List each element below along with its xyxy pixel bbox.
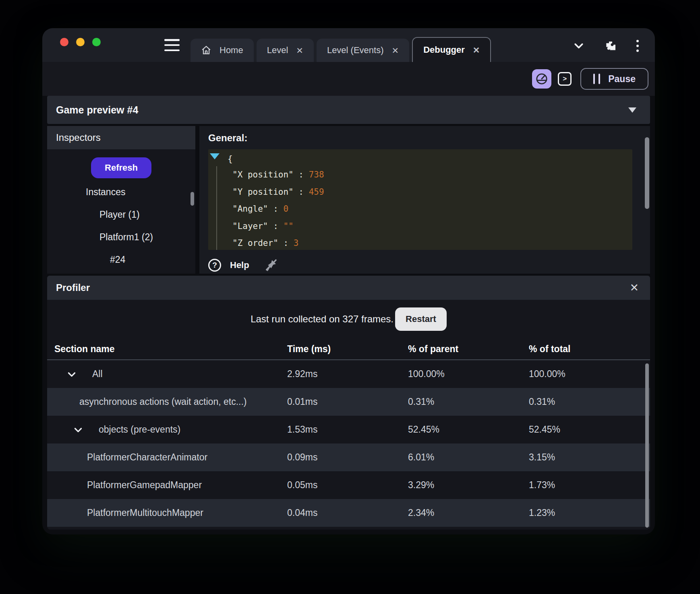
- table-row[interactable]: PlatformerCharacterAnimator 0.09ms 6.01%…: [47, 443, 650, 471]
- profiler-table-header: Section name Time (ms) % of parent % of …: [47, 338, 650, 360]
- console-button[interactable]: >: [558, 72, 572, 86]
- time-value: 0.05ms: [287, 480, 408, 491]
- json-entry: "Y position" : 459: [232, 184, 632, 201]
- pause-button[interactable]: Pause: [580, 68, 648, 90]
- table-row[interactable]: PlatformerGamepadMapper 0.05ms 3.29% 1.7…: [47, 471, 650, 499]
- hamburger-menu-icon[interactable]: [164, 39, 180, 51]
- table-row[interactable]: asynchronous actions (wait action, etc..…: [47, 388, 650, 416]
- debugger-toolbar: > Pause: [42, 62, 655, 96]
- extensions-puzzle-icon[interactable]: [604, 39, 617, 52]
- chevron-down-icon[interactable]: [573, 40, 585, 52]
- home-icon: [201, 45, 211, 56]
- json-entry: "Z order" : 3: [232, 235, 632, 250]
- titlebar-actions: [573, 39, 639, 52]
- close-tab-icon[interactable]: ✕: [473, 46, 480, 54]
- console-icon: >: [563, 75, 567, 83]
- properties-json-view: { "X position" : 738 "Y position" : 459 …: [208, 149, 632, 250]
- inspectors-panel: Inspectors Refresh Instances Player (1) …: [47, 126, 195, 274]
- tree-item-instance-24[interactable]: #24: [47, 248, 195, 271]
- inspectors-title: Inspectors: [56, 132, 101, 143]
- restart-button[interactable]: Restart: [395, 307, 447, 331]
- minimize-window-button[interactable]: [76, 38, 85, 46]
- tree-item-label: Player (1): [99, 209, 140, 220]
- close-profiler-icon[interactable]: ✕: [630, 283, 639, 293]
- help-row: ? Help: [208, 256, 641, 274]
- tree-item-label: #24: [110, 254, 125, 265]
- inspectors-header: Inspectors: [47, 126, 195, 149]
- section-name: PlatformerCharacterAnimator: [87, 452, 207, 463]
- profiler-toggle-button[interactable]: [532, 69, 551, 89]
- time-value: 0.09ms: [287, 452, 408, 463]
- time-value: 1.53ms: [287, 424, 408, 435]
- general-panel: General: { "X position" : 738 "Y positio…: [199, 126, 650, 274]
- percent-parent-value: 2.34%: [408, 507, 529, 518]
- profiler-title: Profiler: [56, 282, 630, 293]
- chevron-down-icon[interactable]: [66, 369, 79, 380]
- percent-total-value: 52.45%: [529, 424, 650, 435]
- section-name: All: [92, 369, 103, 380]
- table-row[interactable]: objects (pre-events) 1.53ms 52.45% 52.45…: [47, 416, 650, 443]
- close-window-button[interactable]: [60, 38, 68, 46]
- refresh-button[interactable]: Refresh: [91, 157, 151, 178]
- profiler-panel: Profiler ✕ Last run collected on 327 fra…: [47, 276, 650, 530]
- general-title: General:: [208, 132, 641, 144]
- tab-home[interactable]: Home: [191, 39, 254, 62]
- percent-total-value: 1.23%: [529, 507, 650, 518]
- inspectors-scrollbar[interactable]: [191, 192, 194, 206]
- percent-parent-value: 3.29%: [408, 480, 529, 491]
- zoom-window-button[interactable]: [92, 38, 101, 46]
- close-tab-icon[interactable]: ✕: [392, 46, 399, 55]
- percent-total-value: 100.00%: [529, 369, 650, 380]
- percent-total-value: 3.15%: [529, 452, 650, 463]
- debugger-content: Game preview #4 Inspectors Refresh Insta…: [42, 96, 655, 534]
- json-lines: "X position" : 738 "Y position" : 459 "A…: [216, 166, 632, 250]
- column-section-name: Section name: [47, 344, 287, 355]
- time-value: 2.92ms: [287, 369, 408, 380]
- section-name: PlatformerGamepadMapper: [87, 480, 202, 491]
- pause-icon: [593, 74, 600, 84]
- inspectors-tree: Refresh Instances Player (1) Platform1 (…: [47, 149, 195, 274]
- unpin-icon[interactable]: [264, 258, 278, 272]
- profiler-scrollbar[interactable]: [645, 363, 649, 528]
- profiler-status-text: Last run collected on 327 frames.: [251, 314, 393, 325]
- tab-label: Home: [220, 45, 243, 56]
- tab-debugger[interactable]: Debugger ✕: [412, 37, 491, 62]
- profiler-header: Profiler ✕: [47, 276, 650, 300]
- window-controls: [60, 38, 101, 46]
- game-preview-bar[interactable]: Game preview #4: [47, 96, 650, 124]
- tab-label: Level: [267, 45, 288, 56]
- section-name: objects (pre-events): [99, 424, 180, 435]
- close-tab-icon[interactable]: ✕: [296, 46, 303, 55]
- percent-total-value: 1.73%: [529, 480, 650, 491]
- collapse-triangle-icon[interactable]: [210, 153, 220, 159]
- json-entry: "X position" : 738: [232, 166, 632, 184]
- help-icon[interactable]: ?: [208, 259, 221, 272]
- tab-level[interactable]: Level ✕: [257, 39, 314, 62]
- chevron-down-icon[interactable]: [73, 425, 85, 435]
- time-value: 0.04ms: [287, 507, 408, 518]
- percent-parent-value: 52.45%: [408, 424, 529, 435]
- tree-item-player[interactable]: Player (1): [47, 203, 195, 226]
- profiler-status-row: Last run collected on 327 frames. Restar…: [47, 300, 650, 338]
- table-row[interactable]: PlatformerMultitouchMapper 0.04ms 2.34% …: [47, 499, 650, 527]
- tab-label: Level (Events): [327, 45, 384, 56]
- tree-item-platform1[interactable]: Platform1 (2): [47, 226, 195, 248]
- tab-label: Debugger: [423, 45, 465, 55]
- percent-parent-value: 100.00%: [408, 369, 529, 380]
- help-label: Help: [230, 260, 249, 270]
- tab-bar: Home Level ✕ Level (Events) ✕ Debugger ✕: [191, 37, 491, 62]
- percent-parent-value: 0.31%: [408, 396, 529, 407]
- time-value: 0.01ms: [287, 396, 408, 407]
- speedometer-icon: [535, 72, 549, 86]
- tree-item-instances[interactable]: Instances: [47, 181, 195, 203]
- more-options-icon[interactable]: [636, 40, 639, 52]
- percent-total-value: 0.31%: [529, 396, 650, 407]
- game-preview-title: Game preview #4: [56, 104, 628, 116]
- inspector-split: Inspectors Refresh Instances Player (1) …: [47, 126, 650, 274]
- tab-level-events[interactable]: Level (Events) ✕: [317, 39, 409, 62]
- collapse-caret-icon[interactable]: [628, 107, 636, 113]
- general-scrollbar[interactable]: [645, 137, 649, 209]
- table-row[interactable]: All 2.92ms 100.00% 100.00%: [47, 360, 650, 388]
- column-percent-total: % of total: [529, 344, 650, 355]
- column-time: Time (ms): [287, 344, 408, 355]
